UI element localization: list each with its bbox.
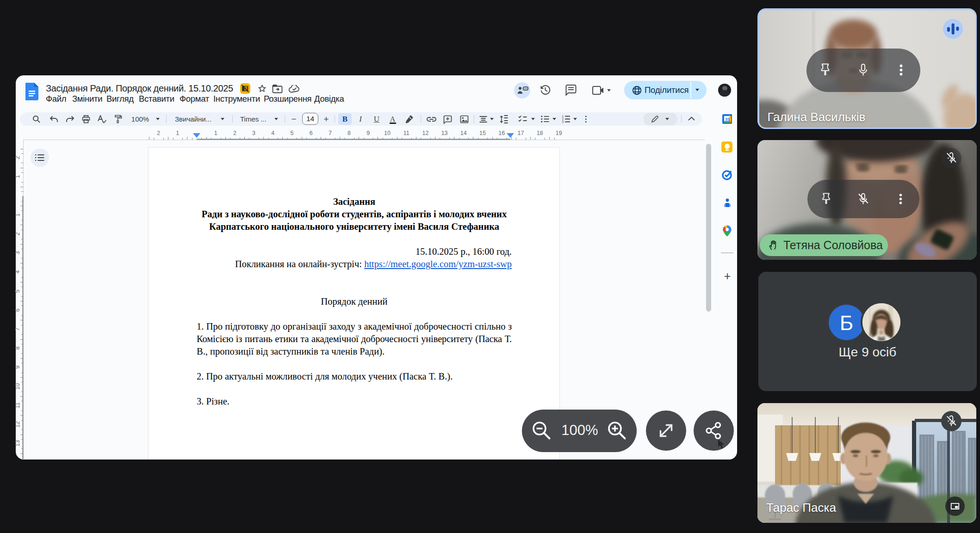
svg-text:3: 3 <box>562 120 564 123</box>
svg-text:31: 31 <box>725 116 730 122</box>
